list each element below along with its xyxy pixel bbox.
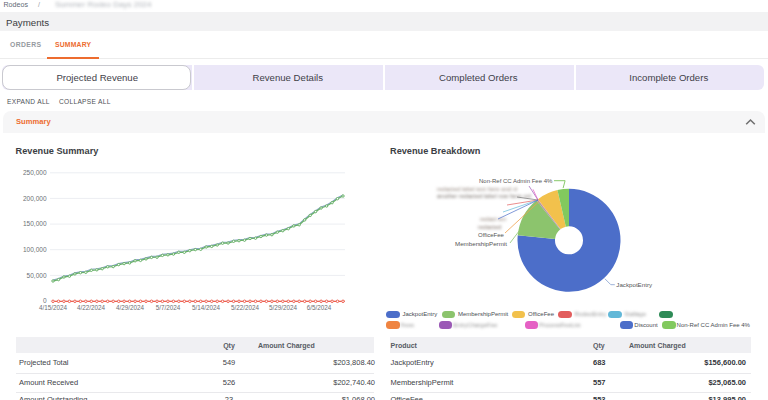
svg-text:50,000: 50,000: [27, 272, 47, 279]
svg-text:5/14/2024: 5/14/2024: [192, 304, 221, 311]
svg-text:100,000: 100,000: [23, 246, 47, 253]
svg-text:OfficeFee: OfficeFee: [478, 232, 505, 238]
svg-text:5/22/2024: 5/22/2024: [231, 304, 260, 311]
svg-text:6/5/2024: 6/5/2024: [307, 304, 332, 311]
svg-text:JackpotEntry: JackpotEntry: [616, 281, 653, 288]
svg-text:5/29/2024: 5/29/2024: [269, 304, 298, 311]
svg-text:4/15/2024: 4/15/2024: [39, 304, 68, 311]
svg-text:150,000: 150,000: [23, 220, 47, 227]
svg-text:MembershipPermit: MembershipPermit: [455, 240, 507, 247]
svg-text:Non-Ref CC Admin Fee 4%: Non-Ref CC Admin Fee 4%: [479, 178, 553, 184]
svg-text:4/29/2024: 4/29/2024: [116, 304, 145, 311]
svg-text:5/7/2024: 5/7/2024: [156, 304, 181, 311]
svg-text:200,000: 200,000: [23, 195, 47, 202]
svg-text:4/22/2024: 4/22/2024: [77, 304, 106, 311]
svg-text:250,000: 250,000: [23, 169, 47, 176]
